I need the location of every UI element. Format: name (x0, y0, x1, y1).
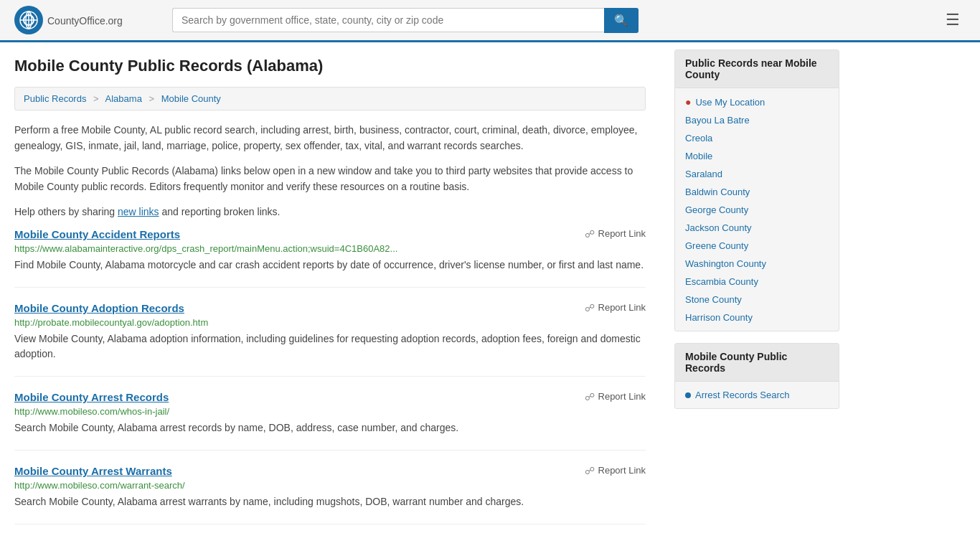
report-icon: ☍ (585, 228, 595, 240)
george-link[interactable]: George County (685, 204, 829, 215)
site-header: CountyOffice.org 🔍 ☰ (0, 0, 980, 42)
logo-area: CountyOffice.org (14, 6, 158, 34)
sidebar-item-george[interactable]: George County (675, 201, 839, 219)
report-link-arrest-records[interactable]: ☍ Report Link (585, 391, 646, 402)
record-url-adoption-records[interactable]: http://probate.mobilecountyal.gov/adopti… (14, 317, 646, 328)
harrison-link[interactable]: Harrison County (685, 312, 829, 323)
location-pin-icon: ● (685, 96, 691, 108)
record-header: Mobile County Arrest Warrants ☍ Report L… (14, 465, 646, 477)
report-link-label: Report Link (598, 465, 646, 476)
description-3-pre: Help others by sharing (14, 206, 118, 217)
record-header: Mobile County Accident Reports ☍ Report … (14, 228, 646, 240)
record-item-arrest-warrants: Mobile County Arrest Warrants ☍ Report L… (14, 465, 646, 524)
records-list: Mobile County Accident Reports ☍ Report … (14, 228, 646, 524)
sidebar-item-washington[interactable]: Washington County (675, 255, 839, 273)
new-links-link[interactable]: new links (118, 206, 159, 217)
sidebar-item-creola[interactable]: Creola (675, 129, 839, 147)
sidebar-item-jackson[interactable]: Jackson County (675, 219, 839, 237)
breadcrumb: Public Records > Alabama > Mobile County (14, 87, 646, 110)
sidebar-item-escambia[interactable]: Escambia County (675, 273, 839, 291)
record-title-adoption-records[interactable]: Mobile County Adoption Records (14, 302, 184, 314)
record-url-arrest-warrants[interactable]: http://www.mobileso.com/warrant-search/ (14, 480, 646, 491)
creola-link[interactable]: Creola (685, 133, 829, 143)
greene-link[interactable]: Greene County (685, 240, 829, 251)
nearby-title: Public Records near Mobile County (675, 50, 839, 88)
record-desc-arrest-records: Search Mobile County, Alabama arrest rec… (14, 420, 646, 435)
use-location-label: Use My Location (695, 97, 765, 108)
main-container: Mobile County Public Records (Alabama) P… (0, 42, 980, 551)
menu-button[interactable]: ☰ (940, 8, 966, 32)
sidebar-item-mobile[interactable]: Mobile (675, 147, 839, 165)
report-icon: ☍ (585, 465, 595, 476)
sidebar-item-baldwin[interactable]: Baldwin County (675, 183, 839, 201)
arrest-records-search-label: Arrest Records Search (695, 390, 790, 400)
jackson-link[interactable]: Jackson County (685, 222, 829, 233)
record-title-arrest-records[interactable]: Mobile County Arrest Records (14, 391, 169, 403)
use-location-item[interactable]: ● Use My Location (675, 93, 839, 111)
report-link-label: Report Link (598, 302, 646, 313)
record-url-arrest-records[interactable]: http://www.mobileso.com/whos-in-jail/ (14, 406, 646, 417)
report-link-label: Report Link (598, 391, 646, 402)
sidebar: Public Records near Mobile County ● Use … (667, 42, 839, 551)
logo-name: CountyOffice (47, 15, 105, 27)
sidebar-item-bayou[interactable]: Bayou La Batre (675, 111, 839, 129)
saraland-link[interactable]: Saraland (685, 169, 829, 179)
record-desc-arrest-warrants: Search Mobile County, Alabama arrest war… (14, 494, 646, 509)
record-header: Mobile County Adoption Records ☍ Report … (14, 302, 646, 314)
escambia-link[interactable]: Escambia County (685, 276, 829, 287)
report-link-accident-reports[interactable]: ☍ Report Link (585, 228, 646, 240)
search-input[interactable] (172, 8, 604, 32)
description-3: Help others by sharing new links and rep… (14, 204, 646, 220)
sidebar-public-arrest-search[interactable]: Arrest Records Search (675, 386, 839, 404)
record-title-accident-reports[interactable]: Mobile County Accident Reports (14, 228, 180, 240)
main-content: Mobile County Public Records (Alabama) P… (0, 42, 667, 551)
search-area: 🔍 (172, 8, 639, 33)
report-link-adoption-records[interactable]: ☍ Report Link (585, 302, 646, 314)
sidebar-item-greene[interactable]: Greene County (675, 237, 839, 255)
description-1: Perform a free Mobile County, AL public … (14, 122, 646, 154)
stone-link[interactable]: Stone County (685, 294, 829, 305)
logo-suffix: .org (105, 15, 123, 27)
description-3-post: and reporting broken links. (159, 206, 281, 217)
record-item-adoption-records: Mobile County Adoption Records ☍ Report … (14, 302, 646, 377)
report-link-arrest-warrants[interactable]: ☍ Report Link (585, 465, 646, 476)
sidebar-item-stone[interactable]: Stone County (675, 291, 839, 309)
record-item-accident-reports: Mobile County Accident Reports ☍ Report … (14, 228, 646, 288)
record-title-arrest-warrants[interactable]: Mobile County Arrest Warrants (14, 465, 172, 477)
public-records-list: Arrest Records Search (675, 382, 839, 408)
search-button[interactable]: 🔍 (604, 8, 639, 33)
list-dot-icon (685, 392, 691, 398)
sidebar-item-saraland[interactable]: Saraland (675, 165, 839, 183)
breadcrumb-public-records[interactable]: Public Records (24, 93, 86, 104)
record-header: Mobile County Arrest Records ☍ Report Li… (14, 391, 646, 403)
logo-icon (14, 6, 43, 34)
breadcrumb-sep-2: > (149, 93, 155, 104)
logo-text: CountyOffice.org (47, 13, 123, 28)
description-2: The Mobile County Public Records (Alabam… (14, 163, 646, 195)
report-icon: ☍ (585, 302, 595, 314)
page-title: Mobile County Public Records (Alabama) (14, 57, 646, 75)
mobile-link[interactable]: Mobile (685, 151, 829, 161)
record-url-accident-reports[interactable]: https://www.alabamainteractive.org/dps_c… (14, 243, 646, 254)
report-link-label: Report Link (598, 228, 646, 239)
public-records-section: Mobile County Public Records Arrest Reco… (674, 343, 839, 409)
public-records-title: Mobile County Public Records (675, 344, 839, 382)
washington-link[interactable]: Washington County (685, 258, 829, 269)
breadcrumb-mobile-county[interactable]: Mobile County (161, 93, 221, 104)
report-icon: ☍ (585, 391, 595, 402)
nearby-section: Public Records near Mobile County ● Use … (674, 50, 839, 331)
bayou-link[interactable]: Bayou La Batre (685, 115, 829, 126)
baldwin-link[interactable]: Baldwin County (685, 187, 829, 197)
use-location-link[interactable]: ● Use My Location (685, 96, 829, 108)
sidebar-item-harrison[interactable]: Harrison County (675, 309, 839, 326)
record-desc-accident-reports: Find Mobile County, Alabama motorcycle a… (14, 258, 646, 273)
breadcrumb-alabama[interactable]: Alabama (105, 93, 142, 104)
nearby-list: ● Use My Location Bayou La Batre Creola … (675, 88, 839, 331)
record-item-arrest-records: Mobile County Arrest Records ☍ Report Li… (14, 391, 646, 451)
breadcrumb-sep-1: > (93, 93, 99, 104)
record-desc-adoption-records: View Mobile County, Alabama adoption inf… (14, 331, 646, 362)
